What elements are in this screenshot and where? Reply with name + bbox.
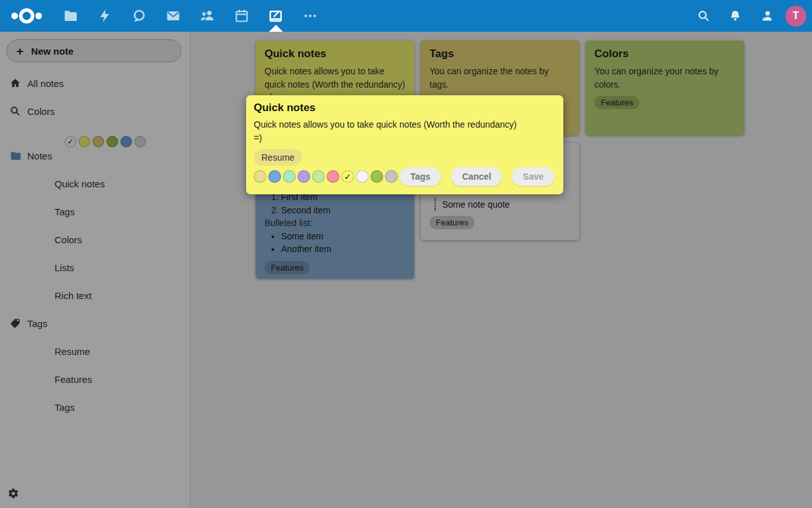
- contacts-menu-icon[interactable]: [751, 0, 783, 32]
- notes-app-icon[interactable]: [259, 0, 293, 32]
- palette-color-selected[interactable]: ✓: [341, 170, 354, 183]
- more-apps-icon[interactable]: [293, 0, 327, 32]
- palette-color[interactable]: [385, 170, 398, 183]
- edit-note-modal: Quick notes Quick notes allows you to ta…: [246, 95, 563, 194]
- modal-note-text[interactable]: Quick notes allows you to take quick not…: [254, 118, 556, 131]
- palette-color[interactable]: [254, 170, 266, 183]
- notifications-bell-icon[interactable]: [719, 0, 751, 32]
- palette-color[interactable]: [356, 170, 369, 183]
- top-bar: T: [0, 0, 812, 32]
- color-palette: ✓: [254, 170, 398, 183]
- palette-color[interactable]: [298, 170, 310, 183]
- modal-note-title[interactable]: Quick notes: [254, 102, 556, 114]
- talk-app-icon[interactable]: [122, 0, 156, 32]
- app-navigation: [53, 0, 327, 32]
- mail-app-icon[interactable]: [156, 0, 190, 32]
- files-app-icon[interactable]: [53, 0, 88, 32]
- modal-bottom-bar: ✓ Tags Cancel Save: [254, 167, 554, 186]
- tags-button[interactable]: Tags: [400, 167, 442, 186]
- palette-color[interactable]: [327, 170, 339, 183]
- activity-app-icon[interactable]: [88, 0, 122, 32]
- palette-color[interactable]: [312, 170, 325, 183]
- modal-note-text[interactable]: =): [254, 131, 556, 145]
- nextcloud-logo[interactable]: [10, 6, 44, 25]
- user-avatar[interactable]: T: [785, 6, 806, 27]
- palette-color[interactable]: [370, 170, 383, 183]
- modal-buttons: Tags Cancel Save: [400, 167, 554, 186]
- contacts-app-icon[interactable]: [190, 0, 225, 32]
- search-icon[interactable]: [688, 0, 719, 32]
- cancel-button[interactable]: Cancel: [451, 167, 502, 186]
- palette-color[interactable]: [268, 170, 281, 183]
- palette-color[interactable]: [283, 170, 296, 183]
- header-right: T: [688, 0, 812, 32]
- calendar-app-icon[interactable]: [225, 0, 259, 32]
- save-button[interactable]: Save: [512, 167, 554, 186]
- active-app-pointer: [269, 25, 283, 32]
- tag-chip-resume[interactable]: Resume: [254, 149, 302, 166]
